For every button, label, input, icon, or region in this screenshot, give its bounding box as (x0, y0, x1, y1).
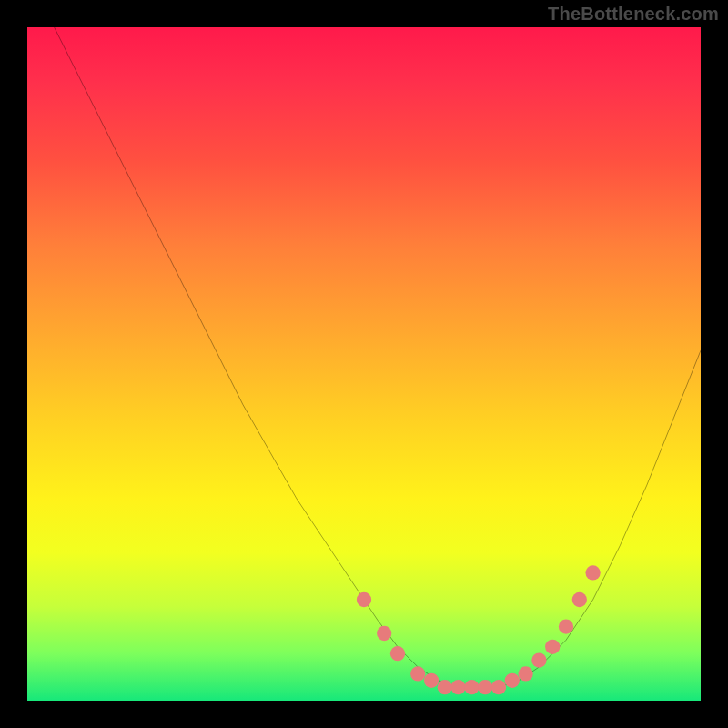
marker-dot (572, 592, 587, 607)
marker-dot (390, 646, 405, 661)
marker-dot (478, 680, 492, 694)
marker-dot (357, 592, 371, 607)
marker-dot (450, 680, 465, 694)
marker-dot (545, 640, 560, 654)
marker-dot (424, 673, 439, 688)
marker-dots (357, 565, 601, 694)
marker-dot (410, 666, 425, 681)
marker-dot (585, 565, 600, 580)
marker-dot (505, 673, 520, 688)
chart-svg (27, 27, 701, 701)
marker-dot (438, 680, 452, 694)
marker-dot (491, 680, 506, 694)
plot-area (27, 27, 701, 701)
marker-dot (518, 666, 532, 681)
marker-dot (464, 680, 479, 694)
curve-line (55, 27, 701, 687)
marker-dot (377, 626, 391, 641)
chart-stage: TheBottleneck.com (0, 0, 728, 728)
watermark-text: TheBottleneck.com (548, 4, 719, 25)
marker-dot (559, 619, 573, 633)
marker-dot (531, 652, 546, 667)
